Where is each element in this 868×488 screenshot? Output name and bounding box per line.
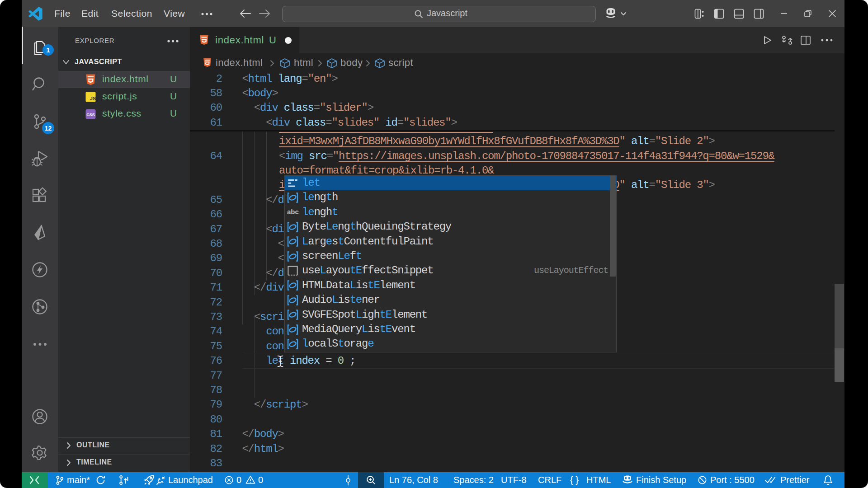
svg-text:CSS: CSS (86, 113, 95, 117)
svg-text:JS: JS (90, 96, 96, 101)
